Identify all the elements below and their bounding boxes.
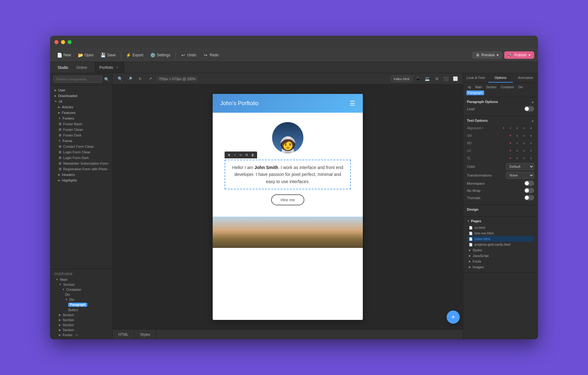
md-align-x-btn[interactable]: × [507,140,514,146]
fonts-row[interactable]: ▶ Fonts [467,259,534,264]
close-tab-icon[interactable]: × [115,65,119,70]
publish-button[interactable]: 🚀 Publish ▾ [504,51,534,59]
mobile-device-btn[interactable]: 📱 [414,75,422,83]
canvas-viewport[interactable]: John's Porftolio ☰ 🧑‍🚀 [113,85,463,329]
add-fab-button[interactable]: + [447,311,460,324]
align-justify-btn[interactable]: ≡ [528,125,534,131]
ov-section-2[interactable]: ▶ Section [50,312,112,317]
add-icon[interactable]: ＋ [232,152,237,157]
sidebar-item-contact-form-clean[interactable]: Contact Form Clean [50,144,112,149]
images-row[interactable]: ▶ Images [467,264,534,270]
sidebar-item-newsletter-form[interactable]: Newsletter Subscription Form [50,161,112,166]
zoom-out-btn[interactable]: 🔎 [126,75,134,83]
tab-animation[interactable]: Animation [513,73,538,83]
search-icon[interactable]: 🔍 [104,77,109,82]
tablet-device-btn[interactable]: 💻 [423,75,431,83]
page-file-index[interactable]: 📄 index.html [467,236,534,242]
sm-align-right-btn[interactable]: ≡ [528,132,534,139]
align-left-btn[interactable]: ≡ [507,125,514,131]
sidebar-item-features[interactable]: ▶ Features [50,110,112,116]
move-icon[interactable]: ✥ [226,152,231,157]
preview-button[interactable]: 🖥 Preview ▾ [472,51,502,59]
rotate-btn[interactable]: ↻ [136,75,144,83]
align-right-btn[interactable]: ≡ [521,125,527,131]
sidebar-item-registration-form[interactable]: Registration Form with Photo [50,166,112,172]
save-button[interactable]: 💾 Save [97,51,119,59]
copy-icon[interactable]: ⧉ [244,152,249,157]
lg-align-left-btn[interactable]: ≡ [514,147,520,154]
ov-container[interactable]: ▼ Container [50,287,112,292]
ov-section-3[interactable]: ▶ Section [50,317,112,322]
page-file-projects[interactable]: 📄 projects-grid-cards.html [467,242,534,247]
sidebar-item-forms[interactable]: ▼ Forms [50,138,112,144]
bc-paragraph[interactable]: Paragraph [466,90,484,95]
md-align-center-btn[interactable]: ≡ [521,140,527,146]
bc-dy[interactable]: dy [466,85,473,90]
sidebar-item-footer-dark[interactable]: Footer Dark [50,132,112,138]
new-button[interactable]: 📄 New [54,51,74,59]
xl-align-center-btn[interactable]: ≡ [521,155,527,161]
maximize-window-btn[interactable] [68,40,72,44]
edit-icon[interactable]: ✏ [238,152,243,157]
pointer-btn[interactable]: ↗ [146,75,154,83]
undo-button[interactable]: ↩ Undo [178,51,200,59]
redo-button[interactable]: ↪ Redo [200,51,222,59]
transformations-select[interactable]: None [506,172,534,179]
sidebar-item-login-form-dark[interactable]: Login Form Dark [50,155,112,161]
ov-div-2[interactable]: ▼ Div [50,297,112,302]
tab-styles[interactable]: Styles [134,330,156,339]
tab-online[interactable]: Online [73,64,91,72]
delete-icon[interactable]: 🗑 [250,152,255,157]
javascript-row[interactable]: ▶ JavaScript [467,253,534,259]
paragraph-options-collapse[interactable]: ▲ [531,100,534,104]
page-tab-portfolio[interactable]: Portfolio × [95,62,124,73]
sidebar-item-headers[interactable]: ▶ Headers [50,172,112,177]
lg-align-center-btn[interactable]: ≡ [521,147,527,154]
truncate-toggle[interactable] [524,195,534,200]
monospace-toggle[interactable] [524,181,534,186]
sm-align-x-btn[interactable]: × [507,132,514,139]
export-button[interactable]: ⚡ Export [123,51,147,59]
ov-section-4[interactable]: ▶ Section [50,322,112,327]
align-center-btn[interactable]: ≡ [514,125,520,131]
xl-align-x-btn[interactable]: × [507,155,514,161]
fullscreen-device-btn[interactable]: ⬜ [452,75,459,83]
tab-options[interactable]: Options [488,73,513,83]
sidebar-item-footers[interactable]: ▼ Footers [50,116,112,121]
bc-section[interactable]: Section [484,85,498,90]
tab-html[interactable]: HTML [113,330,134,339]
sidebar-item-footer-clean[interactable]: Footer Clean [50,127,112,132]
zoom-in-btn[interactable]: 🔍 [116,75,124,83]
lead-toggle[interactable] [524,106,534,111]
ov-paragraph[interactable]: Paragraph [50,302,112,307]
search-input[interactable] [53,76,102,83]
file-selector[interactable]: index.html [391,76,412,82]
color-select[interactable]: Default [506,163,534,170]
sidebar-item-articles[interactable]: ▶ Articles [50,104,112,110]
ov-section-5[interactable]: ▶ Section [50,327,112,332]
ov-div-1[interactable]: Div [50,292,112,297]
lg-align-x-btn[interactable]: × [507,147,514,154]
widescreen-device-btn[interactable]: ⬛ [442,75,450,83]
ov-section-1[interactable]: ▼ Section [50,282,112,287]
bc-main[interactable]: Main [474,85,484,90]
minimize-window-btn[interactable] [61,40,65,44]
sm-align-center-btn[interactable]: ≡ [521,132,527,139]
bc-div[interactable]: Div [517,85,524,90]
close-window-btn[interactable] [54,40,58,44]
bc-container[interactable]: Container [499,85,516,90]
styles-row[interactable]: ▶ Styles [467,247,534,253]
size-indicator[interactable]: 750px × 670px @ 100% [156,76,198,82]
page-file-cv[interactable]: 📄 cv.html [467,225,534,230]
sidebar-item-login-form-clean[interactable]: Login Form Clean [50,149,112,155]
no-wrap-toggle[interactable] [524,188,534,193]
tab-studio[interactable]: Studio [54,64,72,72]
sm-align-left-btn[interactable]: ≡ [514,132,520,139]
hamburger-menu-icon[interactable]: ☰ [350,100,355,107]
settings-button[interactable]: ⚙️ Settings [147,51,173,59]
ov-main[interactable]: ▼ Main [50,277,112,282]
ov-footer[interactable]: ▶ Footer 👁 [50,332,112,337]
open-button[interactable]: 📂 Open [75,51,97,59]
sidebar-item-highlights[interactable]: ▶ Highlights [50,177,112,183]
xl-align-right-btn[interactable]: ≡ [528,155,534,161]
